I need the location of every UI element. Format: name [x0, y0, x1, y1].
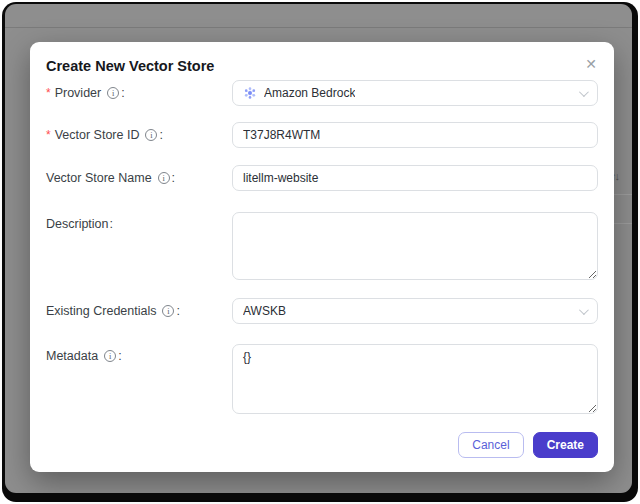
provider-select[interactable]: Amazon Bedrock — [232, 80, 598, 106]
app-window: ↑↓ se ✕ Create New Vector Store * Provid… — [2, 2, 638, 502]
create-button[interactable]: Create — [533, 432, 598, 458]
field-row-metadata: Metadata i : {} — [46, 344, 598, 414]
info-icon[interactable]: i — [158, 172, 170, 184]
info-icon[interactable]: i — [107, 87, 119, 99]
modal-title: Create New Vector Store — [46, 57, 598, 75]
field-row-vector-store-name: Vector Store Name i : — [46, 165, 598, 191]
info-icon[interactable]: i — [145, 129, 157, 141]
modal-form: * Provider i : — [30, 75, 614, 414]
modal-header: Create New Vector Store — [30, 42, 614, 75]
field-row-existing-credentials: Existing Credentials i : AWSKB — [46, 298, 598, 324]
chevron-down-icon — [579, 87, 589, 97]
required-asterisk: * — [46, 87, 51, 99]
provider-select-value: Amazon Bedrock — [264, 86, 355, 100]
metadata-label: Metadata i : — [46, 344, 232, 363]
create-vector-store-modal: ✕ Create New Vector Store * Provider i : — [30, 42, 614, 472]
bedrock-icon — [243, 86, 257, 100]
background-navbar-divider — [5, 27, 632, 28]
close-icon[interactable]: ✕ — [583, 55, 599, 73]
required-asterisk: * — [46, 129, 51, 141]
existing-credentials-select-value: AWSKB — [243, 304, 286, 318]
vector-store-id-input[interactable] — [232, 122, 598, 148]
info-icon[interactable]: i — [104, 350, 116, 362]
metadata-textarea[interactable]: {} — [232, 344, 598, 414]
field-row-provider: * Provider i : — [46, 80, 598, 106]
existing-credentials-label: Existing Credentials i : — [46, 304, 232, 318]
vector-store-id-label: * Vector Store ID i : — [46, 128, 232, 142]
provider-label: * Provider i : — [46, 86, 232, 100]
vector-store-name-label: Vector Store Name i : — [46, 171, 232, 185]
field-row-description: Description : — [46, 212, 598, 280]
description-label: Description : — [46, 212, 232, 231]
vector-store-name-input[interactable] — [232, 165, 598, 191]
description-textarea[interactable] — [232, 212, 598, 280]
cancel-button[interactable]: Cancel — [458, 432, 523, 458]
modal-footer: Cancel Create — [458, 432, 598, 458]
chevron-down-icon — [579, 305, 589, 315]
existing-credentials-select[interactable]: AWSKB — [232, 298, 598, 324]
info-icon[interactable]: i — [162, 305, 174, 317]
field-row-vector-store-id: * Vector Store ID i : — [46, 122, 598, 148]
